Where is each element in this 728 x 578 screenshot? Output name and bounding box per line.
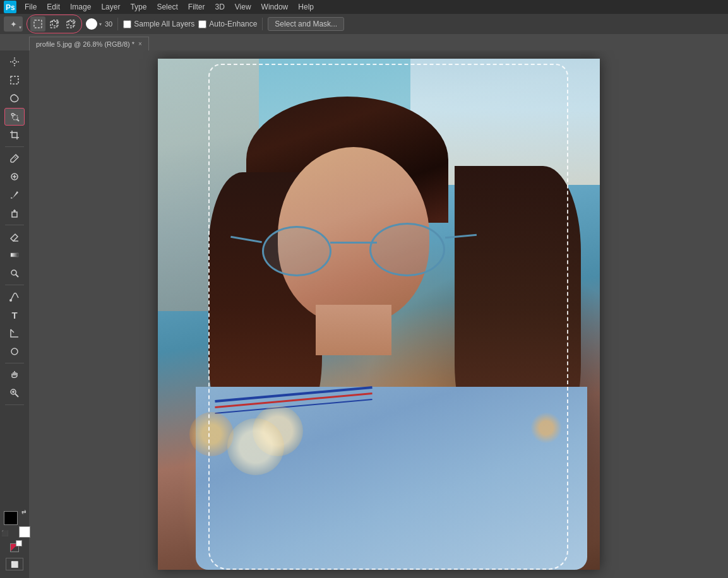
brush-preview[interactable] bbox=[86, 18, 97, 30]
person-layer bbox=[158, 59, 600, 570]
menu-filter[interactable]: Filter bbox=[184, 1, 210, 13]
toolbar-separator-3 bbox=[5, 285, 24, 285]
brush-tool[interactable] bbox=[4, 186, 25, 204]
subtract-from-selection-button[interactable]: − bbox=[63, 16, 78, 32]
brush-size-area: ▾ 30 bbox=[86, 18, 112, 30]
menu-bar: Ps File Edit Image Layer Type Select Fil… bbox=[0, 0, 728, 14]
color-wells: ⇄ ⬛ ⬜ bbox=[4, 511, 25, 570]
shape-tool[interactable] bbox=[4, 343, 25, 360]
menu-window[interactable]: Window bbox=[257, 1, 293, 13]
divider-2 bbox=[262, 18, 263, 30]
bokeh-light-4 bbox=[530, 412, 562, 444]
toolbar-separator-2 bbox=[5, 225, 24, 225]
menu-3d[interactable]: 3D bbox=[210, 1, 229, 13]
quick-selection-icon-small: ✦ bbox=[10, 20, 17, 29]
text-tool[interactable]: T bbox=[4, 306, 25, 324]
toolbar-separator-5 bbox=[5, 404, 24, 405]
toolbar-separator-4 bbox=[5, 363, 24, 363]
color-well-container: ⇄ ⬛ bbox=[4, 511, 25, 533]
svg-line-23 bbox=[15, 394, 18, 397]
options-bar: ✦ ▾ + − ▾ 30 bbox=[0, 14, 728, 34]
tab-close-button[interactable]: × bbox=[138, 40, 142, 47]
divider-1 bbox=[117, 18, 118, 30]
healing-brush-tool[interactable] bbox=[4, 168, 25, 186]
svg-text:Ps: Ps bbox=[6, 3, 15, 12]
tab-filename: profile 5.jpg @ 26.8% (RGB/8) * bbox=[36, 40, 134, 48]
svg-line-19 bbox=[16, 274, 18, 277]
neck bbox=[316, 305, 391, 355]
menu-view[interactable]: View bbox=[230, 1, 256, 13]
gradient-tool[interactable] bbox=[4, 246, 25, 264]
sample-all-layers-label[interactable]: Sample All Layers bbox=[123, 20, 194, 28]
background-color[interactable] bbox=[19, 526, 30, 538]
eraser-tool[interactable] bbox=[4, 228, 25, 245]
new-selection-button[interactable] bbox=[30, 16, 45, 32]
toolbar-separator-1 bbox=[5, 146, 24, 147]
foreground-color[interactable] bbox=[4, 511, 18, 525]
canvas-area[interactable] bbox=[29, 50, 728, 578]
menu-select[interactable]: Select bbox=[152, 1, 182, 13]
zoom-tool[interactable] bbox=[4, 384, 25, 402]
brush-dropdown-arrow[interactable]: ▾ bbox=[99, 21, 102, 27]
svg-point-18 bbox=[11, 270, 16, 275]
svg-point-21 bbox=[11, 348, 18, 355]
photo-canvas bbox=[158, 59, 600, 570]
select-and-mask-button[interactable]: Select and Mask... bbox=[268, 17, 344, 31]
svg-rect-2 bbox=[34, 20, 42, 28]
text-icon: T bbox=[11, 310, 17, 321]
glasses bbox=[262, 223, 445, 280]
swap-colors-icon[interactable]: ⇄ bbox=[21, 509, 27, 515]
eyedropper-tool[interactable] bbox=[4, 150, 25, 167]
quick-mask-icon[interactable] bbox=[5, 541, 24, 554]
tab-bar: profile 5.jpg @ 26.8% (RGB/8) * × bbox=[29, 34, 149, 50]
app-logo: Ps bbox=[4, 1, 16, 13]
glass-left bbox=[262, 226, 331, 276]
move-tool[interactable] bbox=[4, 53, 25, 71]
glass-right bbox=[369, 223, 445, 276]
svg-point-20 bbox=[9, 299, 12, 302]
svg-text:−: − bbox=[73, 19, 76, 25]
quick-selection-tool[interactable] bbox=[4, 108, 25, 126]
left-toolbar: T ⇄ bbox=[0, 50, 29, 578]
auto-enhance-checkbox[interactable] bbox=[198, 20, 206, 28]
rectangular-marquee-tool[interactable] bbox=[4, 71, 25, 89]
svg-point-10 bbox=[13, 115, 18, 120]
svg-line-12 bbox=[15, 156, 17, 158]
pen-tool[interactable] bbox=[4, 288, 25, 305]
auto-enhance-label[interactable]: Auto-Enhance bbox=[198, 20, 257, 28]
svg-rect-9 bbox=[11, 76, 18, 84]
menu-image[interactable]: Image bbox=[66, 1, 95, 13]
menu-type[interactable]: Type bbox=[126, 1, 151, 13]
menu-file[interactable]: File bbox=[20, 1, 41, 13]
default-colors-icon[interactable]: ⬛ bbox=[1, 530, 8, 536]
path-selection-tool[interactable] bbox=[4, 324, 25, 342]
glass-bridge bbox=[330, 242, 377, 244]
sample-all-layers-checkbox[interactable] bbox=[123, 20, 131, 28]
add-to-selection-button[interactable]: + bbox=[47, 16, 62, 32]
menu-layer[interactable]: Layer bbox=[97, 1, 124, 13]
svg-text:+: + bbox=[56, 19, 59, 25]
menu-edit[interactable]: Edit bbox=[42, 1, 64, 13]
svg-rect-17 bbox=[11, 253, 18, 257]
clone-stamp-tool[interactable] bbox=[4, 204, 25, 222]
tool-preset-picker[interactable]: ✦ ▾ bbox=[4, 16, 23, 32]
brush-size-value: 30 bbox=[105, 20, 112, 28]
dodge-tool[interactable] bbox=[4, 264, 25, 282]
svg-line-11 bbox=[17, 119, 19, 121]
selection-mode-group: + − bbox=[27, 15, 82, 33]
crop-tool[interactable] bbox=[4, 126, 25, 144]
document-tab[interactable]: profile 5.jpg @ 26.8% (RGB/8) * × bbox=[29, 37, 149, 50]
shirt bbox=[196, 387, 587, 570]
screen-mode-button[interactable]: ⬜ bbox=[6, 558, 23, 570]
bokeh-light-1 bbox=[189, 412, 234, 456]
hand-tool[interactable] bbox=[4, 366, 25, 384]
lasso-tool[interactable] bbox=[4, 90, 25, 107]
bokeh-light-3 bbox=[227, 418, 284, 475]
menu-help[interactable]: Help bbox=[294, 1, 318, 13]
